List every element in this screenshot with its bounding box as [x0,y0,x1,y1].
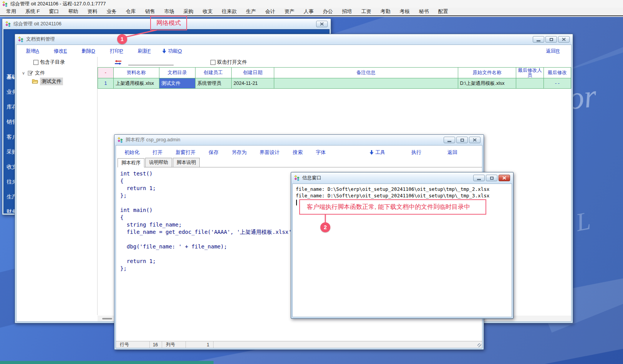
toolbar-button[interactable]: 搜索 [293,149,303,156]
run-button[interactable]: 执行 [411,149,421,156]
toolbar-button[interactable]: 打印P [110,48,123,55]
menu-item[interactable]: 市场 [160,7,179,16]
main-titlebar[interactable]: 综合管理 oit 20241106 - 远程-127.0.0.1:7777 [0,0,623,8]
table-cell[interactable]: 2024-11-21 [232,78,274,89]
tree-node-child[interactable]: 测试文件 [17,77,97,86]
table-row: 1上架通用模板.xlsx测试文件系统管理员2024-11-21D:\上架通用模板… [98,78,571,89]
minimize-icon [447,141,451,142]
toolbar-button[interactable]: 字体 [316,149,326,156]
toolbar-button[interactable]: 打开 [152,149,162,156]
app-icon [294,175,300,181]
close-button[interactable] [469,137,481,143]
menu-item[interactable]: 工资 [357,7,376,16]
taskbar-strip[interactable] [0,361,214,364]
maximize-button[interactable] [545,36,557,43]
menu-item[interactable]: 常用 [2,7,21,16]
menu-item[interactable]: 往来款 [217,7,242,16]
toolbar-button[interactable]: 删除D [81,48,95,55]
info-window-titlebar[interactable]: 信息窗口 [291,172,513,184]
menu-item[interactable]: 业务 [102,7,121,16]
filter-input[interactable] [128,59,174,65]
doc-filter-row: 包含子目录 双击打开文件 [17,57,571,68]
menu-item[interactable]: 考勤 [376,7,395,16]
table-cell[interactable]: 测试文件 [159,78,196,89]
menu-item[interactable]: 帮助 [64,7,83,16]
dblclick-open-checkbox[interactable]: 双击打开文件 [210,59,247,66]
menu-item[interactable]: 秘书 [414,7,434,16]
window-info: 信息窗口 file_name: D:\Soft\erp\oit_setup_20… [291,172,514,319]
table-cell[interactable]: - - [544,78,571,89]
menu-item[interactable]: 会计 [261,7,280,16]
toolbar-button[interactable]: 初始化 [124,149,139,156]
menu-item[interactable]: 办公 [318,7,338,16]
maximize-button[interactable] [486,175,497,181]
table-cell[interactable]: 系统管理员 [196,78,232,89]
menu-item[interactable]: 资产 [280,7,299,16]
column-header[interactable]: 文档目录 [159,67,196,78]
tab[interactable]: 脚本说明 [173,158,200,167]
script-window-titlebar[interactable]: 脚本程序 csp_prog.admin [114,135,484,145]
back-button[interactable]: 返回 [447,149,457,156]
tab[interactable]: 说明帮助 [145,158,172,167]
maximize-button[interactable] [456,137,468,143]
table-cell[interactable]: 上架通用模板.xlsx [114,78,159,89]
menu-item[interactable]: 采购 [179,7,198,16]
menu-item[interactable]: 窗口 [45,7,64,16]
close-button[interactable] [316,21,328,27]
script-toolbar: 初始化打开新窗打开保存另存为界面设计搜索字体 工具 执行 返回 [116,146,482,159]
menu-item[interactable]: 招培 [338,7,357,16]
table-cell[interactable] [516,78,543,89]
close-button[interactable] [499,175,510,181]
toolbar-button[interactable]: 保存 [209,149,219,156]
menu-item[interactable]: 仓库 [121,7,141,16]
menu-item[interactable]: 资料 [83,7,102,16]
tab[interactable]: 脚本程序 [118,158,144,167]
menu-item[interactable]: 配置 [434,7,453,16]
include-subdirs-checkbox[interactable]: 包含子目录 [33,59,65,66]
menu-item[interactable]: 销售 [141,7,160,16]
tools-button[interactable]: 工具 [369,149,385,156]
close-icon [320,22,324,26]
menu-item[interactable]: 人事 [299,7,318,16]
column-header[interactable]: 最后修改 [544,67,571,78]
minimize-button[interactable] [533,36,544,43]
script-tabs: 脚本程序说明帮助脚本说明 [118,159,482,167]
selected-tree-label: 测试文件 [40,78,63,85]
column-header[interactable]: 创建日期 [232,67,274,78]
swap-arrows-icon[interactable] [115,60,121,65]
minimize-button[interactable] [444,137,455,143]
toolbar-button[interactable]: 另存为 [232,149,247,156]
toolbar-button[interactable]: 刷新F [138,48,151,55]
functions-button[interactable]: 功能O [162,48,182,55]
chevron-down-icon[interactable]: ∨ [21,71,26,76]
column-header[interactable]: 资料名称 [114,67,159,78]
close-button[interactable] [558,36,570,43]
table-cell[interactable] [274,78,458,89]
scrollbar-thumb[interactable] [102,318,112,319]
menu-item[interactable]: 收支 [198,7,217,16]
text-caret [296,200,297,205]
tree-node-root[interactable]: ∨ 文件 [17,69,97,77]
column-header[interactable]: 备注信息 [274,67,458,78]
toolbar-button[interactable]: 新增A [26,48,39,55]
open-folder-icon [32,79,38,84]
toolbar-button[interactable]: 修改E [54,48,67,55]
table-cell[interactable]: 1 [98,78,114,89]
column-header[interactable]: 最后修改人员 [516,67,543,78]
menu-item[interactable]: 生产 [242,7,261,16]
column-header[interactable]: 创建员工 [196,67,232,78]
documents-table: -资料名称文档目录创建员工创建日期备注信息原始文件名称最后修改人员最后修改 1上… [98,67,571,89]
annotation-marker-2: 2 [320,222,330,232]
column-header[interactable]: 原始文件名称 [458,67,517,78]
back-button[interactable]: 返回R [546,48,560,55]
toolbar-button[interactable]: 界面设计 [260,149,280,156]
column-header[interactable]: - [98,67,114,78]
menu-item[interactable]: 考核 [395,7,414,16]
table-cell[interactable]: D:\上架通用模板.xlsx [458,78,517,89]
doc-window-titlebar[interactable]: 文档资料管理 [15,34,573,45]
menu-item[interactable]: 系统 F [21,7,45,16]
toolbar-button[interactable]: 新窗打开 [176,149,196,156]
app-icon [118,137,123,143]
minimize-button[interactable] [473,175,485,181]
resize-grip[interactable] [477,343,481,347]
